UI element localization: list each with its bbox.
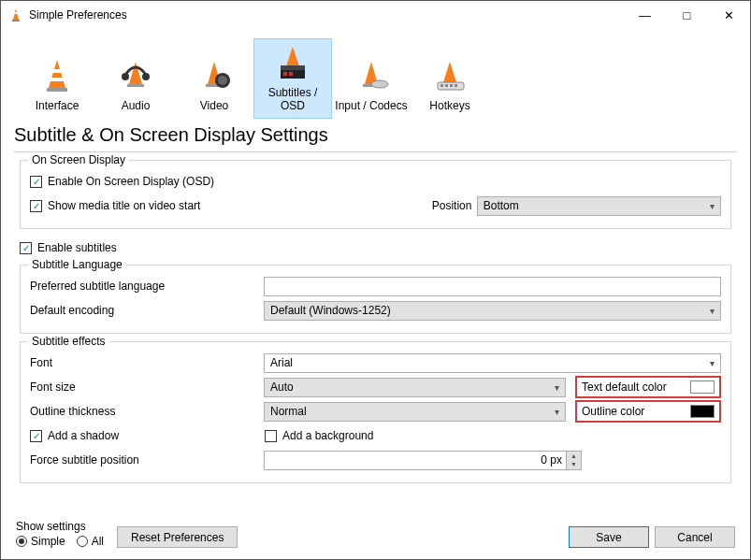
default-encoding-label: Default encoding bbox=[30, 304, 264, 317]
position-label: Position bbox=[432, 199, 477, 212]
svg-rect-17 bbox=[281, 65, 305, 70]
save-label: Save bbox=[596, 531, 621, 544]
default-encoding-dropdown[interactable]: Default (Windows-1252) bbox=[264, 301, 721, 321]
bottom-bar: Show settings Simple All Reset Preferenc… bbox=[1, 512, 750, 559]
force-position-spinbox[interactable]: 0 px ▲▼ bbox=[264, 451, 582, 470]
effects-group: Subtitle effects Font Arial Font size Au… bbox=[20, 341, 731, 483]
svg-rect-19 bbox=[289, 72, 293, 76]
svg-rect-5 bbox=[52, 69, 62, 73]
simple-radio-label: Simple bbox=[31, 535, 65, 548]
outline-thickness-label: Outline thickness bbox=[30, 405, 264, 418]
font-size-value: Auto bbox=[270, 381, 294, 394]
preferred-language-label: Preferred subtitle language bbox=[30, 280, 264, 293]
svg-rect-6 bbox=[51, 78, 64, 81]
svg-marker-3 bbox=[49, 60, 65, 88]
effects-legend: Subtitle effects bbox=[28, 335, 109, 348]
simple-radio[interactable] bbox=[16, 536, 27, 547]
maximize-button[interactable]: □ bbox=[666, 1, 708, 29]
category-label: Audio bbox=[122, 99, 151, 112]
cancel-button[interactable]: Cancel bbox=[655, 526, 735, 548]
font-size-dropdown[interactable]: Auto bbox=[264, 378, 566, 397]
osd-group: On Screen Display ✓ Enable On Screen Dis… bbox=[20, 160, 731, 229]
preferred-language-input[interactable] bbox=[264, 277, 721, 296]
cone-icon bbox=[37, 56, 77, 95]
category-label: Input / Codecs bbox=[335, 99, 407, 112]
save-button[interactable]: Save bbox=[569, 526, 649, 548]
category-audio[interactable]: Audio bbox=[96, 38, 175, 119]
category-toolbar: Interface Audio Video Subtitles / OSD In… bbox=[1, 29, 750, 121]
text-color-label: Text default color bbox=[582, 381, 667, 394]
svg-point-10 bbox=[142, 73, 150, 80]
enable-osd-checkbox[interactable]: ✓ bbox=[30, 176, 42, 188]
keyboard-cone-icon bbox=[430, 56, 469, 95]
svg-marker-7 bbox=[129, 62, 142, 84]
all-radio-label: All bbox=[92, 535, 104, 548]
osd-legend: On Screen Display bbox=[28, 153, 129, 166]
category-interface[interactable]: Interface bbox=[18, 38, 96, 119]
svg-point-14 bbox=[218, 76, 227, 85]
language-group: Subtitle Language Preferred subtitle lan… bbox=[20, 265, 731, 334]
disc-cone-icon bbox=[352, 56, 391, 95]
outline-color-swatch[interactable] bbox=[690, 405, 715, 418]
font-value: Arial bbox=[270, 356, 293, 369]
app-icon bbox=[8, 7, 23, 22]
svg-marker-23 bbox=[443, 62, 456, 82]
page-title: Subtitle & On Screen Display Settings bbox=[1, 121, 750, 151]
svg-rect-28 bbox=[455, 84, 457, 87]
svg-rect-2 bbox=[14, 12, 18, 14]
show-settings-label: Show settings bbox=[16, 520, 104, 533]
category-hotkeys[interactable]: Hotkeys bbox=[411, 38, 489, 119]
force-position-value: 0 px bbox=[265, 453, 566, 467]
cancel-label: Cancel bbox=[677, 531, 712, 544]
outline-color-label: Outline color bbox=[582, 405, 644, 418]
svg-rect-8 bbox=[127, 84, 144, 87]
close-button[interactable]: ✕ bbox=[708, 1, 750, 29]
add-background-checkbox[interactable] bbox=[265, 430, 277, 442]
svg-rect-26 bbox=[445, 84, 448, 87]
outline-thickness-dropdown[interactable]: Normal bbox=[264, 402, 566, 422]
reset-preferences-button[interactable]: Reset Preferences bbox=[117, 526, 238, 548]
font-label: Font bbox=[30, 356, 264, 369]
minimize-button[interactable]: — bbox=[624, 1, 666, 29]
force-position-label: Force subtitle position bbox=[30, 453, 264, 467]
category-label: Subtitles / OSD bbox=[256, 86, 329, 112]
svg-rect-1 bbox=[12, 20, 20, 22]
text-color-swatch[interactable] bbox=[690, 381, 715, 394]
category-label: Video bbox=[200, 99, 228, 112]
font-size-label: Font size bbox=[30, 381, 264, 394]
divider bbox=[14, 151, 737, 152]
svg-point-22 bbox=[371, 80, 388, 88]
titlebar: Simple Preferences — □ ✕ bbox=[1, 1, 750, 29]
position-dropdown[interactable]: Bottom bbox=[477, 196, 721, 216]
clapper-cone-icon bbox=[273, 43, 312, 82]
film-cone-icon bbox=[195, 56, 234, 95]
language-legend: Subtitle Language bbox=[28, 258, 126, 271]
category-label: Interface bbox=[36, 99, 79, 112]
enable-subtitles-checkbox[interactable]: ✓ bbox=[20, 242, 32, 254]
add-background-label: Add a background bbox=[282, 429, 373, 442]
category-video[interactable]: Video bbox=[175, 38, 253, 119]
font-dropdown[interactable]: Arial bbox=[264, 353, 721, 373]
outline-color-group: Outline color bbox=[575, 400, 721, 423]
all-radio[interactable] bbox=[77, 536, 88, 547]
spinbox-buttons[interactable]: ▲▼ bbox=[566, 452, 581, 469]
enable-subtitles-label: Enable subtitles bbox=[37, 241, 117, 254]
svg-rect-27 bbox=[450, 84, 453, 87]
reset-label: Reset Preferences bbox=[131, 531, 224, 544]
outline-thickness-value: Normal bbox=[270, 405, 307, 418]
show-settings-group: Show settings Simple All bbox=[16, 520, 104, 548]
svg-rect-4 bbox=[47, 88, 67, 92]
text-color-group: Text default color bbox=[575, 376, 721, 398]
svg-rect-25 bbox=[440, 84, 443, 87]
headphones-cone-icon bbox=[116, 56, 155, 95]
add-shadow-checkbox[interactable]: ✓ bbox=[30, 430, 42, 442]
add-shadow-label: Add a shadow bbox=[48, 429, 265, 442]
show-media-title-checkbox[interactable]: ✓ bbox=[30, 200, 42, 212]
category-label: Hotkeys bbox=[429, 99, 469, 112]
category-input[interactable]: Input / Codecs bbox=[332, 38, 411, 119]
window-title: Simple Preferences bbox=[29, 8, 624, 22]
category-subtitles[interactable]: Subtitles / OSD bbox=[253, 38, 332, 119]
svg-rect-18 bbox=[283, 72, 287, 76]
default-encoding-value: Default (Windows-1252) bbox=[270, 304, 391, 317]
show-media-title-label: Show media title on video start bbox=[48, 199, 200, 212]
